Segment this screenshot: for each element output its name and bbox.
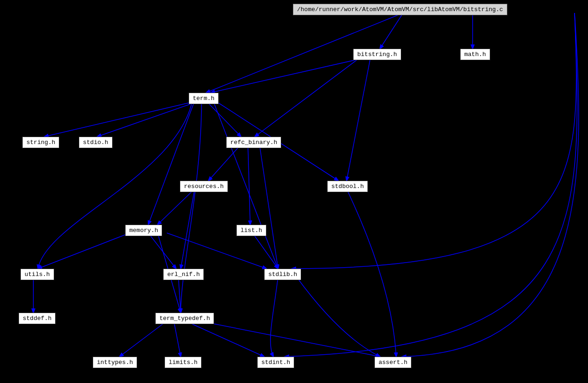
svg-line-12 xyxy=(209,144,241,181)
svg-line-15 xyxy=(158,189,195,225)
string-h-node: string.h xyxy=(22,137,59,148)
svg-line-16 xyxy=(181,189,195,269)
stdlib-h-node: stdlib.h xyxy=(264,269,301,280)
bitstring-h-node: bitstring.h xyxy=(353,49,401,60)
list-h-node: list.h xyxy=(236,225,266,236)
math-h-node: math.h xyxy=(460,49,490,60)
svg-line-25 xyxy=(174,321,181,357)
svg-line-6 xyxy=(44,101,197,137)
stdbool-h-node: stdbool.h xyxy=(327,181,368,192)
svg-line-24 xyxy=(120,321,167,357)
svg-line-3 xyxy=(211,57,371,93)
svg-line-17 xyxy=(148,233,176,269)
inttypes-h-node: inttypes.h xyxy=(93,357,137,368)
resources-h-node: resources.h xyxy=(180,181,228,192)
term-typedef-h-node: term_typedef.h xyxy=(155,313,214,324)
refc-binary-h-node: refc_binary.h xyxy=(226,137,281,148)
svg-line-21 xyxy=(253,233,278,269)
svg-line-0 xyxy=(380,13,403,49)
svg-line-4 xyxy=(347,57,371,181)
svg-line-7 xyxy=(97,101,199,137)
bitstring-c-node: /home/runner/work/AtomVM/AtomVM/src/libA… xyxy=(293,4,507,15)
svg-line-10 xyxy=(148,101,195,225)
stdio-h-node: stdio.h xyxy=(79,137,113,148)
svg-line-26 xyxy=(185,321,264,357)
utils-h-node: utils.h xyxy=(20,269,54,280)
svg-line-27 xyxy=(199,321,380,357)
svg-line-5 xyxy=(255,57,361,137)
limits-h-node: limits.h xyxy=(164,357,202,368)
term-h-node: term.h xyxy=(189,93,219,104)
stddef-h-node: stddef.h xyxy=(19,313,56,324)
erl-nif-h-node: erl_nif.h xyxy=(163,269,204,280)
svg-line-19 xyxy=(38,233,130,269)
svg-line-20 xyxy=(167,233,266,269)
stdint-h-node: stdint.h xyxy=(257,357,294,368)
svg-line-23 xyxy=(178,277,181,313)
svg-line-8 xyxy=(206,101,241,137)
memory-h-node: memory.h xyxy=(125,225,162,236)
svg-line-13 xyxy=(248,144,250,225)
svg-line-14 xyxy=(259,144,278,269)
assert-h-node: assert.h xyxy=(374,357,411,368)
